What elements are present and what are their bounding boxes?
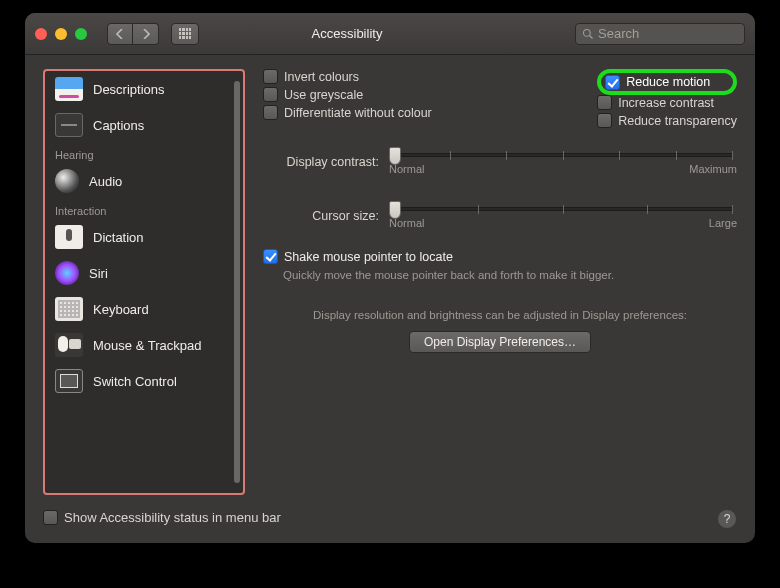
checkbox-label: Use greyscale (284, 88, 363, 102)
accessibility-preferences-window: Accessibility Search Descriptions Captio… (25, 13, 755, 543)
checkbox-icon (597, 95, 612, 110)
sidebar-item-dictation[interactable]: Dictation (45, 219, 243, 255)
increase-contrast-checkbox[interactable]: Increase contrast (597, 95, 737, 110)
checkbox-label: Reduce transparency (618, 114, 737, 128)
cursor-size-row: Cursor size: Normal Large (263, 201, 737, 231)
checkbox-icon (263, 87, 278, 102)
category-sidebar[interactable]: Descriptions Captions Hearing Audio Inte… (45, 71, 243, 493)
descriptions-icon (55, 77, 83, 101)
sidebar-item-label: Descriptions (93, 82, 165, 97)
checkbox-label: Differentiate without colour (284, 106, 432, 120)
titlebar: Accessibility Search (25, 13, 755, 55)
sidebar-section-hearing: Hearing (45, 143, 243, 163)
window-title: Accessibility (171, 26, 523, 41)
close-window-button[interactable] (35, 28, 47, 40)
cursor-size-slider[interactable]: Normal Large (389, 201, 737, 231)
search-placeholder: Search (598, 26, 639, 41)
keyboard-icon (55, 297, 83, 321)
reduce-motion-highlight: Reduce motion (597, 69, 737, 95)
footer: Show Accessibility status in menu bar ? (25, 499, 755, 543)
search-icon (582, 28, 594, 40)
nav-group (107, 23, 159, 45)
dictation-icon (55, 225, 83, 249)
checkbox-label: Increase contrast (618, 96, 714, 110)
sidebar-item-label: Dictation (93, 230, 144, 245)
reduce-motion-checkbox[interactable]: Reduce motion (603, 75, 710, 90)
sidebar-item-label: Audio (89, 174, 122, 189)
sidebar-item-keyboard[interactable]: Keyboard (45, 291, 243, 327)
sidebar-scrollbar[interactable] (234, 81, 240, 483)
checkbox-icon (263, 69, 278, 84)
cursor-size-label: Cursor size: (263, 209, 379, 223)
sidebar-highlight: Descriptions Captions Hearing Audio Inte… (43, 69, 245, 495)
slider-max-label: Maximum (689, 163, 737, 175)
shake-mouse-checkbox[interactable]: Shake mouse pointer to locate (263, 249, 737, 264)
display-contrast-slider[interactable]: Normal Maximum (389, 147, 737, 177)
sidebar-item-switch-control[interactable]: Switch Control (45, 363, 243, 399)
switch-control-icon (55, 369, 83, 393)
help-button[interactable]: ? (717, 509, 737, 529)
checkbox-icon (605, 75, 620, 90)
display-preferences-note: Display resolution and brightness can be… (263, 309, 737, 321)
display-contrast-row: Display contrast: Normal Maximum (263, 147, 737, 177)
reduce-transparency-checkbox[interactable]: Reduce transparency (597, 113, 737, 128)
checkbox-icon (263, 249, 278, 264)
forward-button[interactable] (133, 23, 159, 45)
svg-point-0 (584, 29, 591, 36)
sidebar-item-captions[interactable]: Captions (45, 107, 243, 143)
sidebar-item-descriptions[interactable]: Descriptions (45, 71, 243, 107)
display-contrast-label: Display contrast: (263, 155, 379, 169)
checkbox-icon (43, 510, 58, 525)
captions-icon (55, 113, 83, 137)
sidebar-item-mouse-trackpad[interactable]: Mouse & Trackpad (45, 327, 243, 363)
differentiate-without-colour-checkbox[interactable]: Differentiate without colour (263, 105, 579, 120)
checkbox-label: Reduce motion (626, 75, 710, 89)
back-button[interactable] (107, 23, 133, 45)
invert-colours-checkbox[interactable]: Invert colours (263, 69, 579, 84)
checkbox-label: Invert colours (284, 70, 359, 84)
slider-thumb-icon (389, 201, 401, 219)
sidebar-item-label: Mouse & Trackpad (93, 338, 201, 353)
siri-icon (55, 261, 79, 285)
display-settings-panel: Invert colours Use greyscale Differentia… (263, 69, 737, 495)
checkbox-label: Shake mouse pointer to locate (284, 250, 453, 264)
sidebar-item-siri[interactable]: Siri (45, 255, 243, 291)
open-display-preferences-button[interactable]: Open Display Preferences… (409, 331, 591, 353)
sidebar-item-audio[interactable]: Audio (45, 163, 243, 199)
slider-thumb-icon (389, 147, 401, 165)
show-in-menubar-checkbox[interactable]: Show Accessibility status in menu bar (43, 510, 281, 525)
zoom-window-button[interactable] (75, 28, 87, 40)
sidebar-section-interaction: Interaction (45, 199, 243, 219)
chevron-right-icon (142, 29, 150, 39)
sidebar-item-label: Switch Control (93, 374, 177, 389)
checkbox-icon (597, 113, 612, 128)
slider-max-label: Large (709, 217, 737, 229)
traffic-lights (35, 28, 87, 40)
use-greyscale-checkbox[interactable]: Use greyscale (263, 87, 579, 102)
sidebar-item-label: Siri (89, 266, 108, 281)
minimize-window-button[interactable] (55, 28, 67, 40)
mouse-icon (55, 333, 83, 357)
shake-mouse-description: Quickly move the mouse pointer back and … (283, 269, 737, 281)
search-field[interactable]: Search (575, 23, 745, 45)
svg-line-1 (590, 35, 593, 38)
checkbox-icon (263, 105, 278, 120)
sidebar-item-label: Keyboard (93, 302, 149, 317)
chevron-left-icon (116, 29, 124, 39)
audio-icon (55, 169, 79, 193)
sidebar-item-label: Captions (93, 118, 144, 133)
checkbox-label: Show Accessibility status in menu bar (64, 510, 281, 525)
